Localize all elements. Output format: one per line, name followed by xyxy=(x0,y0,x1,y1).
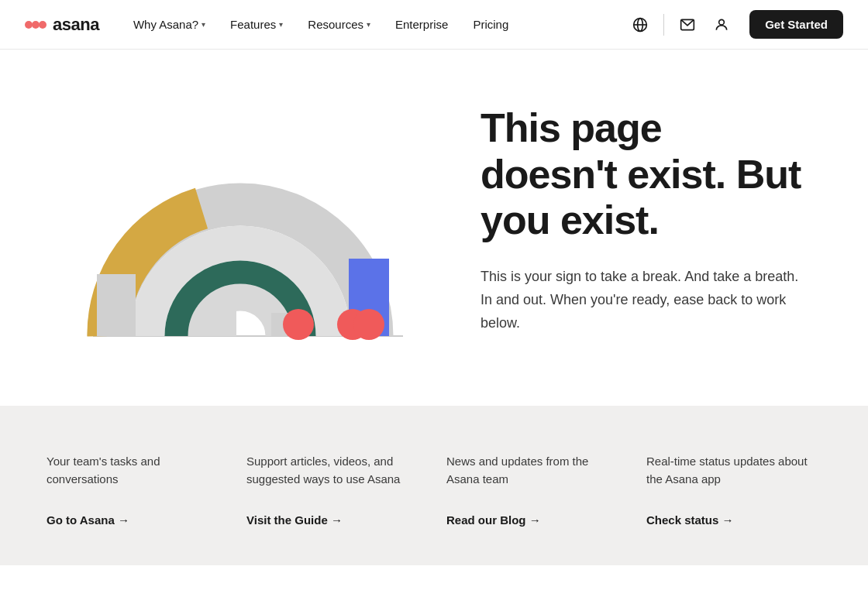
globe-button[interactable] xyxy=(625,9,656,40)
hero-title: This page doesn't exist. But you exist. xyxy=(480,105,806,244)
globe-icon xyxy=(632,17,648,33)
chevron-down-icon: ▾ xyxy=(279,20,283,29)
svg-point-2 xyxy=(39,21,46,29)
footer-card-desc-0: Your team's tasks and conversations xyxy=(46,452,222,489)
nav-item-enterprise[interactable]: Enterprise xyxy=(386,12,457,37)
svg-rect-11 xyxy=(213,301,236,336)
nav-item-features[interactable]: Features ▾ xyxy=(221,12,292,37)
nav-divider xyxy=(663,14,664,36)
mail-button[interactable] xyxy=(672,9,703,40)
footer-card-desc-2: News and updates from the Asana team xyxy=(446,452,622,489)
nav-icons: Get Started xyxy=(625,9,843,40)
logo-text: asana xyxy=(53,15,99,35)
hero-content: This page doesn't exist. But you exist. … xyxy=(450,105,806,335)
footer-section: Your team's tasks and conversations Go t… xyxy=(0,406,868,565)
chevron-down-icon: ▾ xyxy=(202,20,205,29)
footer-card-desc-3: Real-time status updates about the Asana… xyxy=(646,452,822,489)
nav-links: Why Asana? ▾ Features ▾ Resources ▾ Ente… xyxy=(124,12,625,37)
footer-card-desc-1: Support articles, videos, and suggested … xyxy=(246,452,422,489)
footer-card-1: Support articles, videos, and suggested … xyxy=(246,452,422,527)
svg-point-0 xyxy=(25,21,33,29)
footer-card-link-1[interactable]: Visit the Guide → xyxy=(246,513,422,527)
nav-item-pricing[interactable]: Pricing xyxy=(463,12,518,37)
footer-card-3: Real-time status updates about the Asana… xyxy=(646,452,822,527)
footer-card-link-2[interactable]: Read our Blog → xyxy=(446,513,622,527)
footer-card-2: News and updates from the Asana team Rea… xyxy=(446,452,622,527)
hero-description: This is your sign to take a break. And t… xyxy=(480,266,806,335)
404-illustration xyxy=(46,96,418,359)
chevron-down-icon: ▾ xyxy=(367,20,370,29)
mail-icon xyxy=(680,17,695,33)
logo-icon xyxy=(25,17,46,33)
nav-item-why-asana[interactable]: Why Asana? ▾ xyxy=(124,12,215,37)
svg-rect-9 xyxy=(97,274,136,336)
logo[interactable]: asana xyxy=(25,15,99,35)
footer-grid: Your team's tasks and conversations Go t… xyxy=(46,452,822,527)
footer-card-link-0[interactable]: Go to Asana → xyxy=(46,513,222,527)
svg-point-15 xyxy=(353,309,384,340)
hero-illustration xyxy=(46,81,450,359)
svg-point-7 xyxy=(719,19,725,25)
hero-section: This page doesn't exist. But you exist. … xyxy=(0,50,868,406)
footer-card-link-3[interactable]: Check status → xyxy=(646,513,822,527)
nav-item-resources[interactable]: Resources ▾ xyxy=(298,12,380,37)
svg-point-1 xyxy=(32,21,40,29)
svg-point-13 xyxy=(283,309,314,340)
footer-card-0: Your team's tasks and conversations Go t… xyxy=(46,452,222,527)
user-button[interactable] xyxy=(706,9,737,40)
user-icon xyxy=(714,17,729,33)
get-started-button[interactable]: Get Started xyxy=(749,10,843,39)
navbar: asana Why Asana? ▾ Features ▾ Resources … xyxy=(0,0,868,50)
